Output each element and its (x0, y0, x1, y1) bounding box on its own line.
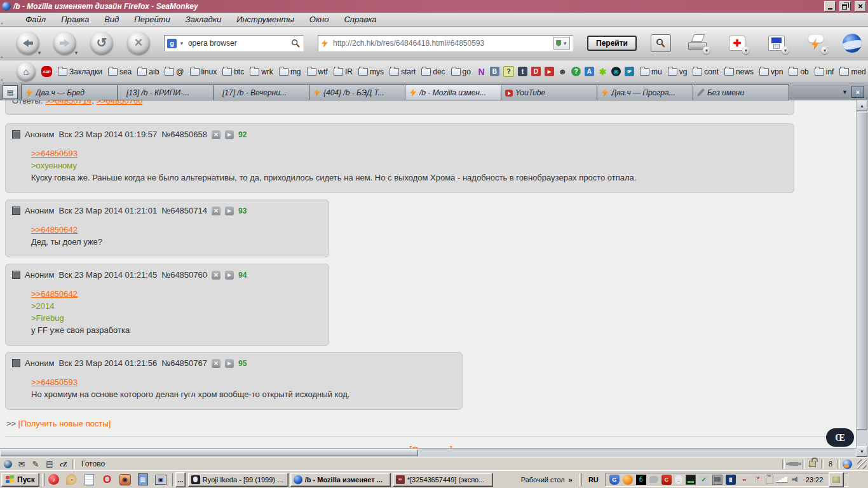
bookmark-folder[interactable]: sea (108, 67, 132, 76)
security-lock-icon[interactable] (809, 461, 816, 467)
bookmark-dropdown-icon[interactable]: ▼ (562, 41, 567, 46)
forward-history-dropdown[interactable]: ▼ (74, 50, 79, 56)
tab[interactable]: [13] /b - КРИПИ-... (117, 85, 214, 100)
add-bookmark-chip[interactable]: ▼ (553, 37, 570, 50)
horizontal-scrollbar[interactable] (0, 448, 857, 457)
menu-item[interactable]: Вид (104, 15, 119, 24)
get-new-posts-link[interactable]: [Получить новые посты] (18, 419, 111, 428)
hide-post-button[interactable] (212, 130, 220, 139)
paint-icon[interactable] (65, 473, 78, 486)
toolbar-collapse-handle[interactable]: ▴ (1, 54, 6, 59)
tab-list-button[interactable]: ▤ (3, 85, 18, 99)
post-line[interactable]: >>64850642 (31, 288, 78, 300)
tab[interactable]: /b - Mozilla измен... (405, 85, 501, 100)
translate-icon[interactable]: A (585, 67, 594, 76)
task-button[interactable]: Ryoji Ikeda - [99 (1999) ... (188, 473, 288, 487)
youtube-icon[interactable]: ▶ (545, 67, 554, 76)
go-button[interactable]: Перейти (587, 36, 637, 51)
bookmark-folder[interactable]: med (839, 67, 865, 76)
throbber-globe-icon[interactable] (843, 459, 852, 469)
menu-item[interactable]: Справка (344, 15, 376, 24)
forward-button[interactable]: ▼ (53, 32, 76, 55)
site-logo-badge[interactable]: Œ (826, 428, 854, 447)
post-checkbox[interactable] (12, 271, 20, 279)
addressbook-icon[interactable] (43, 459, 56, 470)
toolbar-drag-handle[interactable] (170, 473, 173, 486)
help-icon[interactable]: ? (571, 67, 581, 76)
bookmark-folder[interactable]: dec (421, 67, 445, 76)
toolbar-drag-handle[interactable] (42, 473, 45, 486)
hide-post-button[interactable] (212, 271, 220, 280)
search-box[interactable]: g ▼ (164, 35, 304, 51)
print-button[interactable]: ▼ (685, 32, 710, 54)
expand-post-button[interactable] (225, 207, 234, 215)
cherry-icon[interactable] (739, 475, 749, 485)
screen-icon[interactable] (686, 475, 696, 485)
tab[interactable]: YouTube (501, 85, 597, 100)
bookmark-folder[interactable]: mg (279, 67, 301, 76)
desktop-toolbar-chevron[interactable]: » (569, 476, 573, 484)
bookmark-folder[interactable]: vpn (759, 67, 783, 76)
language-indicator[interactable]: RU (585, 476, 602, 484)
horizontal-scroll-thumb[interactable] (0, 449, 418, 456)
ip-site-icon[interactable]: IP (625, 67, 634, 76)
vertical-scrollbar[interactable]: ▲ ▼ (856, 100, 868, 457)
taskbar-overflow-button[interactable]: ... (175, 472, 186, 487)
expand-post-button[interactable] (225, 271, 234, 280)
desktop-toolbar[interactable]: Рабочий стол » (517, 476, 576, 484)
media-player-icon[interactable] (48, 473, 60, 486)
chat-bubble-icon[interactable] (649, 476, 658, 483)
stop-button[interactable]: × (127, 32, 150, 55)
expand-post-button[interactable] (225, 130, 234, 139)
security-flag-icon[interactable] (752, 475, 763, 485)
bookmark-folder[interactable]: cont (693, 67, 719, 76)
home-button[interactable] (17, 62, 36, 81)
menu-item[interactable]: Файл (25, 15, 46, 24)
restore-button[interactable] (839, 1, 851, 11)
compass-icon[interactable]: ◎ (611, 67, 621, 76)
post-ordinal-link[interactable]: 93 (238, 207, 247, 215)
post-number-link[interactable]: №64850760 (161, 270, 207, 280)
notepad-icon[interactable] (83, 473, 96, 486)
menu-item[interactable]: Перейти (134, 15, 170, 24)
post-checkbox[interactable] (12, 359, 20, 367)
chatzilla-icon[interactable] (57, 459, 70, 470)
post-number-link[interactable]: №64850767 (161, 358, 207, 368)
bookmark-folder[interactable]: aib (137, 67, 159, 76)
url-bar[interactable]: ▼ (318, 35, 573, 51)
close-button[interactable] (855, 1, 866, 11)
tab[interactable]: Без имени (693, 85, 789, 100)
bookmark-folder[interactable]: mys (358, 67, 384, 76)
reload-button[interactable]: ↺ (90, 32, 113, 55)
bookmark-folder[interactable]: btc (222, 67, 244, 76)
bookmark-folder[interactable]: start (390, 67, 416, 76)
menu-item[interactable]: Закладки (186, 15, 221, 24)
question-site-icon[interactable]: ? (503, 66, 514, 77)
usb-eject-icon[interactable] (699, 475, 709, 485)
b-site-icon[interactable]: B (490, 67, 499, 76)
bookmark-folder[interactable]: wtf (307, 67, 328, 76)
star-icon[interactable]: ✱ (598, 67, 607, 76)
bookmark-folder[interactable]: mu (640, 67, 662, 76)
composer-icon[interactable] (29, 459, 42, 470)
print-dropdown-icon[interactable]: ▼ (703, 46, 710, 54)
save-page-button[interactable]: ▼ (764, 32, 789, 54)
search-input[interactable] (187, 38, 288, 48)
search-button[interactable] (651, 34, 671, 52)
temp-monitor-icon[interactable] (636, 475, 646, 485)
adblock-plus-icon[interactable] (41, 66, 52, 77)
my-computer-icon[interactable] (154, 473, 167, 486)
calculator-icon[interactable] (137, 473, 149, 486)
window-titlebar[interactable]: /b - Mozilla изменяет дизайн Firefox - S… (0, 0, 868, 13)
back-history-dropdown[interactable]: ▼ (37, 50, 42, 56)
tumblr-icon[interactable]: t (518, 67, 527, 76)
post-line[interactable]: >>64850642 (31, 224, 78, 236)
d-site-icon[interactable]: D (531, 67, 541, 76)
search-engine-dropdown-icon[interactable]: ▼ (179, 41, 184, 46)
tab[interactable]: [17] /b - Вечерни... (213, 85, 309, 100)
player-tray-icon[interactable] (726, 475, 736, 485)
toolbar-collapse-handle[interactable]: ▴ (1, 20, 6, 25)
post-number-link[interactable]: №64850658 (161, 130, 207, 139)
quick-action-dropdown-icon[interactable]: ▼ (821, 46, 829, 54)
bookmark-folder[interactable]: news (724, 67, 754, 76)
